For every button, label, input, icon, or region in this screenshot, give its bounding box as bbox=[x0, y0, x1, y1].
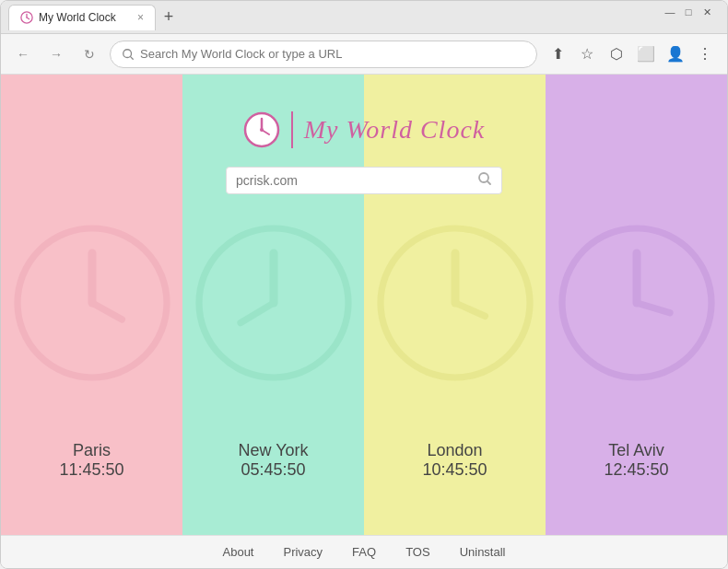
minimize-button[interactable]: — bbox=[663, 6, 676, 18]
svg-line-16 bbox=[637, 303, 670, 313]
footer-tos-link[interactable]: TOS bbox=[405, 545, 430, 559]
refresh-icon: ↻ bbox=[84, 47, 95, 62]
menu-icon: ⋮ bbox=[698, 45, 712, 63]
maximize-button[interactable]: □ bbox=[682, 6, 695, 18]
footer-uninstall-link[interactable]: Uninstall bbox=[460, 545, 506, 559]
extensions-icon: ⬡ bbox=[610, 45, 623, 63]
search-address-icon bbox=[122, 48, 135, 61]
forward-button[interactable]: → bbox=[43, 41, 69, 67]
search-box[interactable] bbox=[226, 167, 502, 194]
search-button[interactable] bbox=[477, 171, 492, 190]
svg-line-7 bbox=[92, 303, 122, 319]
tab-title: My World Clock bbox=[39, 11, 116, 24]
extensions-button[interactable]: ⬡ bbox=[604, 41, 629, 67]
share-icon: ⬆ bbox=[552, 45, 564, 63]
profile-icon: 👤 bbox=[666, 45, 685, 63]
window-controls: — □ ✕ bbox=[663, 6, 713, 18]
forward-icon: → bbox=[50, 47, 63, 62]
svg-point-14 bbox=[562, 228, 711, 377]
split-button[interactable]: ⬜ bbox=[633, 41, 659, 67]
svg-point-5 bbox=[18, 228, 167, 377]
footer-about-link[interactable]: About bbox=[223, 545, 254, 559]
address-input[interactable] bbox=[140, 47, 525, 61]
close-button[interactable]: ✕ bbox=[700, 6, 713, 18]
watermark-clock-purple bbox=[554, 220, 720, 386]
center-content: My World Clock bbox=[1, 75, 727, 194]
svg-point-8 bbox=[199, 228, 348, 377]
active-tab[interactable]: My World Clock × bbox=[8, 5, 156, 30]
svg-point-11 bbox=[381, 228, 530, 377]
footer-faq-link[interactable]: FAQ bbox=[352, 545, 376, 559]
watermark-clock-mint bbox=[191, 220, 357, 386]
back-button[interactable]: ← bbox=[10, 41, 36, 67]
svg-point-20 bbox=[260, 128, 264, 132]
tab-close-button[interactable]: × bbox=[137, 11, 144, 24]
toolbar: ← → ↻ ⬆ ☆ ⬡ ⬜ bbox=[1, 34, 727, 75]
watermark-clock-yellow bbox=[372, 220, 538, 386]
logo-divider bbox=[291, 111, 293, 148]
columns-area: My World Clock Paris 11:45:50 bbox=[1, 75, 727, 535]
search-input[interactable] bbox=[236, 173, 472, 188]
split-icon: ⬜ bbox=[637, 45, 655, 63]
tabs-bar: My World Clock × + bbox=[8, 5, 720, 30]
logo-text: My World Clock bbox=[304, 115, 486, 145]
menu-button[interactable]: ⋮ bbox=[692, 41, 718, 67]
logo-clock-icon bbox=[243, 111, 280, 148]
new-tab-button[interactable]: + bbox=[156, 5, 182, 30]
tab-favicon-icon bbox=[20, 11, 33, 24]
bookmark-button[interactable]: ☆ bbox=[574, 41, 600, 67]
refresh-button[interactable]: ↻ bbox=[76, 41, 102, 67]
svg-line-10 bbox=[241, 303, 274, 323]
page-content: My World Clock Paris 11:45:50 bbox=[1, 75, 727, 568]
svg-line-13 bbox=[455, 303, 485, 316]
search-icon bbox=[477, 171, 492, 186]
footer-privacy-link[interactable]: Privacy bbox=[283, 545, 323, 559]
address-bar[interactable] bbox=[110, 41, 537, 68]
logo-row: My World Clock bbox=[243, 111, 486, 148]
share-button[interactable]: ⬆ bbox=[545, 41, 570, 67]
footer: About Privacy FAQ TOS Uninstall bbox=[1, 535, 727, 568]
svg-line-4 bbox=[131, 56, 134, 59]
profile-button[interactable]: 👤 bbox=[663, 41, 688, 67]
svg-line-22 bbox=[487, 181, 490, 184]
browser-window: My World Clock × + — □ ✕ ← → ↻ bbox=[0, 0, 728, 569]
watermark-clock-pink bbox=[9, 220, 175, 386]
bookmark-icon: ☆ bbox=[581, 45, 593, 63]
back-icon: ← bbox=[17, 47, 29, 62]
title-bar: My World Clock × + — □ ✕ bbox=[1, 1, 727, 34]
